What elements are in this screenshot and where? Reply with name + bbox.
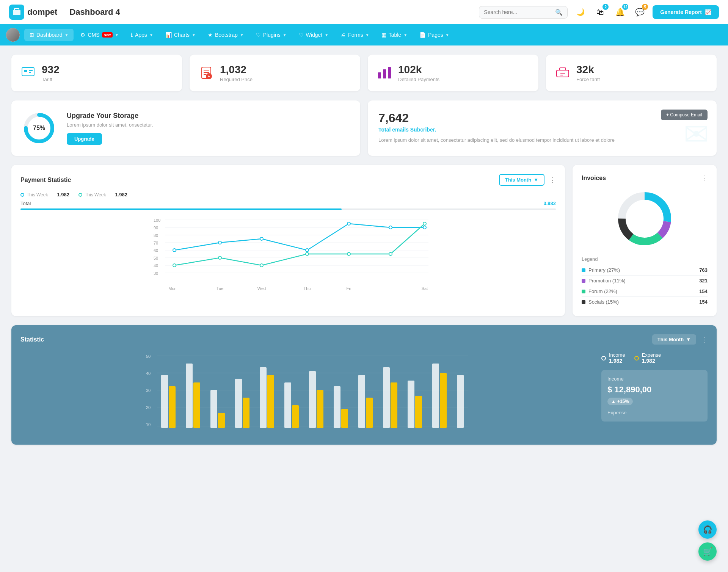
theme-toggle[interactable]: 🌙	[574, 5, 587, 19]
logo-icon	[9, 5, 24, 20]
user-avatar[interactable]	[6, 28, 20, 42]
svg-point-40	[347, 222, 350, 225]
svg-point-48	[389, 252, 392, 255]
detailed-payments-icon	[377, 65, 392, 81]
svg-rect-75	[210, 390, 217, 428]
storage-description: Lorem ipsum dolor sit amet, onsectetur.	[67, 122, 153, 128]
total-label: Total	[20, 201, 31, 206]
invoices-header: Invoices ⋮	[582, 174, 708, 182]
cart-fab[interactable]: 🛒	[698, 542, 717, 561]
this-month-filter[interactable]: This Month ▼	[499, 174, 544, 186]
svg-rect-2	[24, 70, 27, 72]
line-chart-svg: 100 90 80 70 60 50 40 30	[20, 216, 556, 292]
payment-more-btn[interactable]: ⋮	[549, 176, 556, 184]
notifications-btn[interactable]: 🔔 12	[613, 5, 627, 19]
stat-card-detailed-payments: 102k Detailed Payments	[368, 55, 538, 91]
nav-item-plugins[interactable]: ♡ Plugins ▼	[251, 29, 292, 41]
income-legend-label: Income	[609, 352, 625, 358]
bar-chart-area: 50 40 30 20 10	[20, 352, 594, 436]
middle-row: 75% Upgrade Your Storage Lorem ipsum dol…	[11, 100, 717, 156]
legend-val-2: 1.982	[115, 192, 127, 197]
nav-item-forms[interactable]: 🖨 Forms ▼	[335, 29, 375, 41]
statistic-title: Statistic	[20, 336, 44, 343]
svg-text:30: 30	[154, 271, 158, 276]
required-price-icon: +	[199, 65, 214, 81]
stat-card-required-price: + 1,032 Required Price	[190, 55, 360, 91]
chart-icon: 📈	[705, 9, 711, 15]
invoices-more-btn[interactable]: ⋮	[701, 174, 708, 182]
chevron-down-icon: ▼	[533, 177, 538, 183]
socials-color-dot	[582, 300, 585, 304]
svg-rect-85	[334, 386, 340, 428]
upgrade-button[interactable]: Upgrade	[67, 133, 102, 145]
svg-point-43	[173, 264, 176, 267]
storage-card: 75% Upgrade Your Storage Lorem ipsum dol…	[11, 100, 360, 156]
support-fab[interactable]: 🎧	[698, 520, 717, 539]
nav-item-pages[interactable]: 📄 Pages ▼	[414, 29, 455, 41]
storage-title: Upgrade Your Storage	[67, 112, 153, 120]
payment-header: Payment Statistic This Month ▼ ⋮	[20, 174, 556, 186]
bell-badge: 12	[622, 4, 628, 10]
expense-legend-label: Expense	[642, 352, 661, 358]
expense-section-label: Expense	[607, 410, 701, 415]
svg-text:Wed: Wed	[257, 286, 266, 291]
nav-item-widget[interactable]: ♡ Widget ▼	[293, 29, 334, 41]
income-amount: $ 12,890,00	[607, 385, 701, 395]
svg-text:30: 30	[146, 388, 151, 393]
svg-rect-0	[13, 10, 20, 15]
messages-btn[interactable]: 💬 5	[633, 5, 646, 19]
svg-text:40: 40	[146, 371, 151, 376]
topbar-right: 🔍 🌙 🛍 2 🔔 12 💬 5 Generate Report 📈	[479, 5, 719, 19]
required-price-value: 1,032	[220, 64, 253, 76]
line-chart-container: 100 90 80 70 60 50 40 30	[20, 216, 556, 293]
svg-text:20: 20	[146, 405, 151, 410]
nav-item-bootstrap[interactable]: ★ Bootstrap ▼	[202, 29, 249, 41]
svg-rect-1	[22, 67, 34, 76]
table-icon: ▦	[381, 32, 386, 38]
expense-legend-dot	[634, 356, 639, 360]
svg-rect-80	[267, 375, 274, 428]
list-item: Forum (22%) 154	[582, 286, 708, 297]
nav-item-charts[interactable]: 📊 Charts ▼	[160, 29, 201, 41]
email-card: + Compose Email 7,642 Total emails Subcr…	[368, 100, 717, 156]
svg-rect-73	[186, 364, 193, 428]
headphone-icon: 🎧	[703, 525, 712, 534]
nav-item-table[interactable]: ▦ Table ▼	[376, 29, 413, 41]
svg-point-39	[306, 249, 309, 252]
svg-point-49	[423, 222, 426, 225]
svg-rect-91	[408, 381, 414, 428]
svg-text:Tue: Tue	[217, 286, 224, 291]
force-tariff-icon	[555, 65, 570, 81]
svg-text:50: 50	[146, 354, 151, 359]
search-input[interactable]	[484, 9, 552, 15]
legend-dot-2	[78, 193, 82, 197]
cart-btn[interactable]: 🛍 2	[593, 5, 607, 19]
svg-text:Sat: Sat	[422, 286, 428, 291]
svg-point-47	[347, 252, 350, 255]
email-count: 7,642	[378, 111, 706, 125]
nav-item-apps[interactable]: ℹ Apps ▼	[126, 29, 158, 41]
cart-badge: 2	[602, 4, 609, 10]
nav-item-dashboard[interactable]: ⊞ Dashboard ▼	[24, 29, 74, 41]
total-val: 3.982	[543, 201, 556, 206]
statistic-more-btn[interactable]: ⋮	[701, 335, 708, 344]
income-legend-val: 1.982	[609, 358, 625, 364]
total-progress-fill	[20, 208, 342, 210]
svg-text:Thu: Thu	[304, 286, 311, 291]
svg-rect-77	[235, 379, 242, 428]
statistic-this-month-filter[interactable]: This Month ▼	[652, 334, 696, 345]
logo[interactable]: dompet	[9, 5, 57, 20]
chevron-down-icon: ▼	[325, 33, 328, 37]
statistic-card: Statistic This Month ▼ ⋮ 50 40 30 20 10	[11, 325, 717, 445]
svg-rect-81	[284, 382, 291, 428]
svg-text:60: 60	[154, 248, 158, 253]
svg-rect-83	[309, 371, 316, 428]
chevron-down-icon: ▼	[149, 33, 153, 37]
chevron-down-icon: ▼	[115, 33, 119, 37]
gear-icon: ⚙	[80, 32, 85, 38]
svg-rect-74	[193, 382, 200, 428]
stat-cards-row: 932 Tariff + 1,032 Required Price	[11, 55, 717, 91]
moon-icon: 🌙	[576, 8, 585, 16]
nav-item-cms[interactable]: ⚙ CMS New ▼	[75, 29, 124, 41]
generate-report-button[interactable]: Generate Report 📈	[653, 5, 719, 19]
